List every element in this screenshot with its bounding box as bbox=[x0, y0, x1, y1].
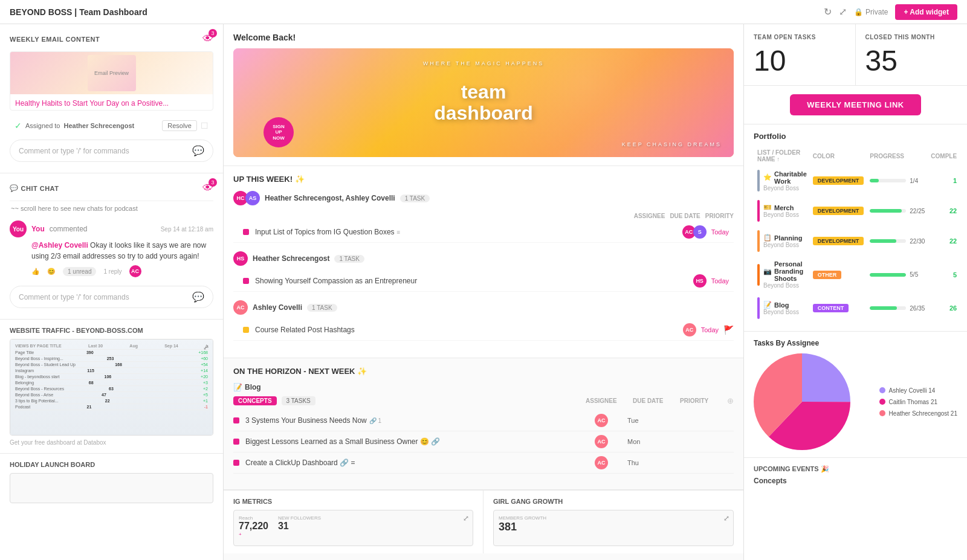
progress-fraction: 5/5 bbox=[910, 271, 918, 278]
comment-placeholder: Comment or type '/' for commands bbox=[19, 147, 187, 155]
task-due: Today bbox=[711, 228, 729, 236]
holiday-title: Holiday Launch Board bbox=[10, 461, 213, 468]
nw-task-row-3: Create a ClickUp Dashboard 🔗 = AC Thu bbox=[233, 452, 734, 474]
portfolio-sub: Beyond Boss bbox=[763, 282, 807, 289]
task-group-1: HC AS Heather Schrecengost, Ashley Covel… bbox=[233, 191, 734, 243]
assignee-chart-row: Ashley Covelli 14 Caitlin Thomas 21 Heat… bbox=[754, 353, 957, 450]
portfolio-item-name: Blog bbox=[774, 301, 789, 309]
events-section: UPCOMING EVENTS 🎉 Concepts bbox=[744, 458, 967, 496]
traffic-footer: Get your free dashboard at Databox bbox=[10, 439, 213, 446]
portfolio-sub: Beyond Boss bbox=[763, 211, 799, 218]
event-item: Concepts bbox=[754, 473, 957, 489]
portfolio-col-name[interactable]: LIST / FOLDER NAME ↑ bbox=[755, 147, 809, 165]
portfolio-progress-cell: 22/25 bbox=[867, 196, 927, 225]
nw-task-name-1: 3 Systems Your Business Needs Now 🔗 1 bbox=[233, 416, 575, 425]
portfolio-icon: 🎫 bbox=[763, 204, 772, 211]
progress-bar-wrap bbox=[870, 209, 906, 213]
expand-gg-icon[interactable]: ⤢ bbox=[723, 514, 729, 523]
group-3-count: 1 TASK bbox=[307, 304, 337, 312]
email-widget-title: WEEKLY EMAIL CONTENT bbox=[10, 36, 100, 43]
assigned-row: ✓ Assigned to Heather Schrecengost Resol… bbox=[10, 117, 213, 135]
task-dot bbox=[243, 278, 249, 284]
add-task-icon[interactable]: ⊕ bbox=[727, 396, 734, 405]
email-widget: WEEKLY EMAIL CONTENT 👁 3 Email Preview H… bbox=[0, 24, 223, 173]
check-icon: ✓ bbox=[15, 121, 22, 130]
open-tasks-card: TEAM OPEN TASKS 10 bbox=[744, 24, 856, 85]
nw-priority-header: PRIORITY bbox=[680, 397, 722, 404]
portfolio-col-complete: COMPLE bbox=[928, 147, 959, 165]
traffic-data-table: VIEWS BY PAGE TITLELast 30AugSep 14△ Pag… bbox=[10, 340, 213, 435]
nw-due-3: Thu bbox=[627, 459, 670, 466]
you-label: You bbox=[31, 225, 45, 233]
resolve-button[interactable]: Resolve bbox=[162, 120, 197, 131]
next-week-title: ON THE HORIZON - NEXT WEEK ✨ bbox=[233, 367, 734, 376]
progress-bar bbox=[870, 273, 906, 277]
this-week-title: UP THIS WEEK! ✨ bbox=[233, 175, 734, 184]
email-badge: 3 bbox=[209, 29, 217, 37]
portfolio-name-cell: 📝 Blog Beyond Boss bbox=[755, 294, 809, 323]
progress-bar bbox=[870, 179, 879, 182]
portfolio-row: 📷 Personal Branding Shoots Beyond Boss O… bbox=[755, 257, 959, 292]
chit-chat-header: 💬 CHIT CHAT 👁 3 bbox=[10, 182, 213, 195]
portfolio-sub: Beyond Boss bbox=[763, 185, 807, 191]
avatar-ac: AC bbox=[233, 300, 248, 315]
expand-icon[interactable]: ⤢ bbox=[839, 6, 847, 18]
progress-bar bbox=[870, 209, 902, 213]
bottom-middle-widgets: IG METRICS ⤢ Reach 77,220 + NEW FOLLOWER… bbox=[224, 490, 743, 553]
pie-label-heather: Heather Schrecengost 21 bbox=[879, 410, 957, 417]
meeting-link-button[interactable]: WEEKLY MEETING LINK bbox=[790, 94, 920, 115]
refresh-icon[interactable]: ↻ bbox=[824, 6, 832, 18]
progress-bar-wrap bbox=[870, 306, 906, 310]
progress-bar bbox=[870, 239, 896, 243]
like-icon[interactable]: 👍 bbox=[31, 268, 40, 275]
stat-cards: TEAM OPEN TASKS 10 CLOSED THIS MONTH 35 bbox=[744, 24, 967, 86]
add-widget-button[interactable]: + Add widget bbox=[895, 4, 957, 20]
portfolio-color-bar bbox=[757, 170, 760, 191]
traffic-row-9: Podcast21-1 bbox=[14, 404, 209, 410]
group-1-count: 1 TASK bbox=[400, 195, 430, 202]
comment-input-email[interactable]: Comment or type '/' for commands 💬 bbox=[10, 140, 213, 162]
portfolio-complete: 26 bbox=[928, 294, 959, 323]
task-due: Today bbox=[711, 277, 729, 285]
email-link[interactable]: Healthy Habits to Start Your Day on a Po… bbox=[10, 94, 213, 110]
left-column: WEEKLY EMAIL CONTENT 👁 3 Email Preview H… bbox=[0, 24, 224, 560]
expand-traffic-icon[interactable]: ⤢ bbox=[203, 343, 209, 352]
girl-gang-title: GIRL GANG GROWTH bbox=[493, 498, 734, 505]
traffic-row-5: Belonging68+3 bbox=[14, 380, 209, 386]
comment-input-chat[interactable]: Comment or type '/' for commands 💬 bbox=[10, 286, 213, 308]
girl-gang-preview: ⤢ MEMBERS GROWTH 381 bbox=[493, 510, 734, 546]
progress-fraction: 26/35 bbox=[910, 305, 925, 312]
pie-dot-caitlin bbox=[879, 399, 885, 405]
portfolio-name-cell: 📋 Planning Beyond Boss bbox=[755, 227, 809, 256]
next-week-section: ON THE HORIZON - NEXT WEEK ✨ 📝 Blog CONC… bbox=[224, 358, 743, 490]
task-name: Input List of Topics from IG Question Bo… bbox=[243, 228, 678, 236]
task-dot bbox=[243, 229, 249, 235]
task-assignee: AC bbox=[683, 323, 696, 336]
progress-bar-wrap bbox=[870, 273, 906, 277]
email-thumbnail: Email Preview bbox=[10, 52, 213, 94]
portfolio-color-cell: CONTENT bbox=[810, 294, 867, 323]
col-headers-1: ASSIGNEE DUE DATE PRIORITY bbox=[233, 210, 734, 222]
pie-label-caitlin: Caitlin Thomas 21 bbox=[879, 399, 957, 405]
progress-bar bbox=[870, 306, 896, 310]
nw-task-row-1: 3 Systems Your Business Needs Now 🔗 1 AC… bbox=[233, 410, 734, 431]
chat-comment-placeholder: Comment or type '/' for commands bbox=[19, 293, 187, 301]
checkbox-icon[interactable]: ☐ bbox=[201, 121, 209, 130]
chit-chat-badge: 3 bbox=[209, 178, 217, 187]
portfolio-progress-cell: 26/35 bbox=[867, 294, 927, 323]
ig-followers: 77,220 bbox=[239, 521, 268, 532]
portfolio-progress-cell: 1/4 bbox=[867, 166, 927, 195]
expand-ig-icon[interactable]: ⤢ bbox=[463, 514, 469, 523]
assignee-name: Heather Schrecengost bbox=[63, 122, 134, 129]
ig-metrics-widget: IG METRICS ⤢ Reach 77,220 + NEW FOLLOWER… bbox=[224, 491, 484, 553]
portfolio-color-cell: DEVELOPMENT bbox=[810, 166, 867, 195]
blog-icon: 📝 bbox=[233, 383, 242, 391]
email-preview-card: Email Preview Healthy Habits to Start Yo… bbox=[10, 51, 213, 111]
nw-assignee-3: AC bbox=[580, 456, 623, 469]
emoji-icon[interactable]: 😊 bbox=[47, 268, 56, 275]
progress-fraction: 22/30 bbox=[910, 238, 925, 245]
task-dot bbox=[233, 439, 239, 445]
holiday-section: Holiday Launch Board bbox=[0, 454, 223, 510]
private-button[interactable]: 🔒 Private bbox=[854, 8, 888, 16]
pie-text-heather: Heather Schrecengost 21 bbox=[889, 410, 957, 417]
